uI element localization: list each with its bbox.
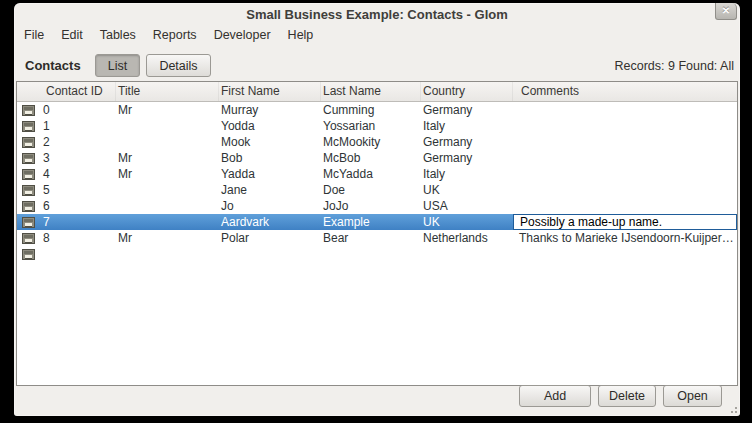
details-view-label: Details bbox=[159, 59, 197, 73]
cell-contact-id: 0 bbox=[43, 102, 50, 118]
menu-tables[interactable]: Tables bbox=[93, 26, 143, 44]
cell-last-name: Example bbox=[321, 214, 421, 230]
cell-first-name: Bob bbox=[219, 150, 321, 166]
cell-contact-id: 8 bbox=[43, 230, 50, 246]
cell-title: Mr bbox=[116, 230, 219, 246]
cell-contact-id: 3 bbox=[43, 150, 50, 166]
column-header-comments[interactable]: Comments bbox=[513, 82, 737, 101]
details-view-button[interactable]: Details bbox=[146, 54, 211, 77]
records-summary: Records: 9 Found: All bbox=[614, 59, 734, 73]
cell-contact-id: 7 bbox=[43, 214, 50, 230]
menu-help[interactable]: Help bbox=[281, 26, 321, 44]
cell-contact-id: 6 bbox=[43, 198, 50, 214]
cell-country: Germany bbox=[421, 150, 513, 166]
record-open-icon[interactable] bbox=[22, 201, 35, 212]
table-row[interactable]: 3 Mr Bob McBob Germany bbox=[17, 150, 737, 166]
records-list: Contact ID Title First Name Last Name Co… bbox=[16, 81, 738, 386]
cell-first-name: Yodda bbox=[219, 118, 321, 134]
table-row-selected[interactable]: 7 Aardvark Example UK Possibly a made-up… bbox=[17, 214, 737, 230]
cell-title bbox=[116, 246, 219, 262]
record-open-icon[interactable] bbox=[22, 121, 35, 132]
cell-title: Mr bbox=[116, 166, 219, 182]
cell-comments bbox=[513, 134, 737, 150]
list-view-button[interactable]: List bbox=[95, 54, 140, 77]
cell-first-name: Yadda bbox=[219, 166, 321, 182]
cell-last-name: Yossarian bbox=[321, 118, 421, 134]
table-row[interactable]: 4 Mr Yadda McYadda Italy bbox=[17, 166, 737, 182]
cell-comments bbox=[513, 246, 737, 262]
table-row-new-placeholder[interactable] bbox=[17, 246, 737, 262]
cell-first-name: Polar bbox=[219, 230, 321, 246]
cell-last-name: JoJo bbox=[321, 198, 421, 214]
open-button[interactable]: Open bbox=[663, 385, 722, 407]
menu-reports[interactable]: Reports bbox=[146, 26, 204, 44]
column-header-first-name[interactable]: First Name bbox=[219, 82, 321, 101]
cell-last-name: McBob bbox=[321, 150, 421, 166]
close-icon: ✕ bbox=[722, 5, 730, 16]
cell-country: Germany bbox=[421, 102, 513, 118]
cell-contact-id: 5 bbox=[43, 182, 50, 198]
cell-country bbox=[421, 246, 513, 262]
record-open-icon[interactable] bbox=[22, 217, 35, 228]
cell-title bbox=[116, 182, 219, 198]
column-header-title[interactable]: Title bbox=[116, 82, 219, 101]
table-row[interactable]: 1 Yodda Yossarian Italy bbox=[17, 118, 737, 134]
titlebar[interactable]: Small Business Example: Contacts - Glom bbox=[14, 3, 740, 25]
close-button[interactable]: ✕ bbox=[715, 3, 737, 20]
cell-comments bbox=[513, 182, 737, 198]
table-row[interactable]: 8 Mr Polar Bear Netherlands Thanks to Ma… bbox=[17, 230, 737, 246]
cell-title bbox=[116, 198, 219, 214]
delete-button[interactable]: Delete bbox=[598, 385, 656, 407]
table-row[interactable]: 2 Mook McMookity Germany bbox=[17, 134, 737, 150]
table-header: Contact ID Title First Name Last Name Co… bbox=[17, 82, 737, 102]
window-title: Small Business Example: Contacts - Glom bbox=[246, 7, 508, 22]
add-button[interactable]: Add bbox=[519, 385, 591, 407]
cell-comments bbox=[513, 118, 737, 134]
cell-comments bbox=[513, 198, 737, 214]
cell-first-name: Murray bbox=[219, 102, 321, 118]
record-open-icon[interactable] bbox=[22, 169, 35, 180]
cell-first-name: Aardvark bbox=[219, 214, 321, 230]
cell-country: Netherlands bbox=[421, 230, 513, 246]
open-button-label: Open bbox=[677, 389, 708, 403]
cell-first-name: Mook bbox=[219, 134, 321, 150]
cell-contact-id: 4 bbox=[43, 166, 50, 182]
record-open-icon[interactable] bbox=[22, 137, 35, 148]
table-row[interactable]: 0 Mr Murray Cumming Germany bbox=[17, 102, 737, 118]
comments-edit-cell[interactable]: Possibly a made-up name. bbox=[513, 214, 737, 230]
record-open-icon[interactable] bbox=[22, 153, 35, 164]
cell-title bbox=[116, 118, 219, 134]
cell-country: UK bbox=[421, 214, 513, 230]
glom-window: Small Business Example: Contacts - Glom … bbox=[14, 3, 740, 416]
cell-title: Mr bbox=[116, 150, 219, 166]
menu-developer[interactable]: Developer bbox=[207, 26, 278, 44]
record-actions: Add Delete Open bbox=[519, 385, 722, 407]
cell-country: USA bbox=[421, 198, 513, 214]
menu-file[interactable]: File bbox=[17, 26, 51, 44]
cell-last-name: Bear bbox=[321, 230, 421, 246]
cell-comments bbox=[513, 150, 737, 166]
menubar: File Edit Tables Reports Developer Help bbox=[14, 25, 740, 45]
cell-last-name bbox=[321, 246, 421, 262]
column-header-country[interactable]: Country bbox=[421, 82, 513, 101]
cell-last-name: McMookity bbox=[321, 134, 421, 150]
record-open-icon[interactable] bbox=[22, 233, 35, 244]
column-header-contact-id[interactable]: Contact ID bbox=[17, 82, 116, 101]
cell-title: Mr bbox=[116, 102, 219, 118]
record-open-icon[interactable] bbox=[22, 249, 35, 260]
cell-last-name: Cumming bbox=[321, 102, 421, 118]
cell-last-name: Doe bbox=[321, 182, 421, 198]
cell-comments bbox=[513, 102, 737, 118]
table-name-label: Contacts bbox=[25, 58, 81, 73]
cell-first-name bbox=[219, 246, 321, 262]
cell-last-name: McYadda bbox=[321, 166, 421, 182]
resize-grip-icon[interactable] bbox=[728, 404, 737, 413]
table-row[interactable]: 6 Jo JoJo USA bbox=[17, 198, 737, 214]
cell-title bbox=[116, 134, 219, 150]
column-header-last-name[interactable]: Last Name bbox=[321, 82, 421, 101]
record-open-icon[interactable] bbox=[22, 105, 35, 116]
record-open-icon[interactable] bbox=[22, 185, 35, 196]
table-row[interactable]: 5 Jane Doe UK bbox=[17, 182, 737, 198]
menu-edit[interactable]: Edit bbox=[54, 26, 90, 44]
cell-country: UK bbox=[421, 182, 513, 198]
